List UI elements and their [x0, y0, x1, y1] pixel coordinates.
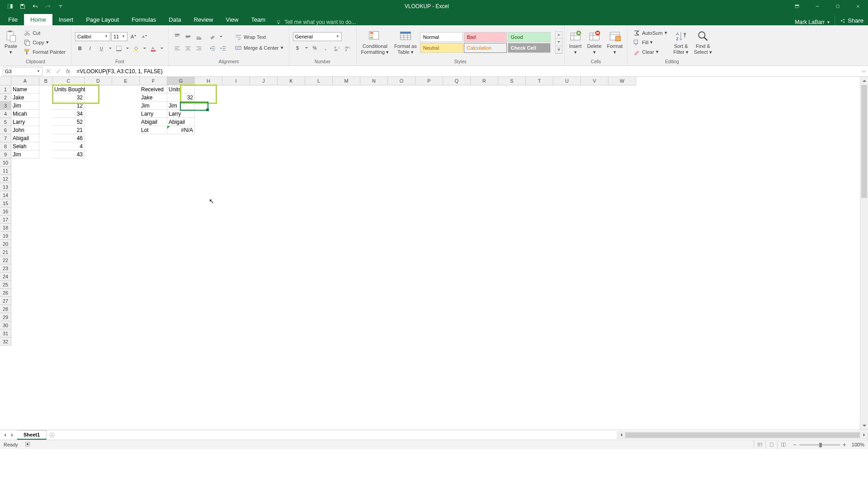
cell-A2[interactable]: Jake: [11, 94, 39, 102]
align-middle-button[interactable]: [183, 32, 193, 42]
tell-me-search[interactable]: Tell me what you want to do...: [275, 19, 356, 25]
column-headers[interactable]: ABCDEFGHIJKLMNOPQRSTUVW: [11, 77, 860, 85]
row-header-21[interactable]: 21: [0, 248, 11, 256]
style-check-cell[interactable]: Check Cell: [508, 43, 551, 53]
decrease-indent-button[interactable]: [208, 43, 217, 53]
col-header-N[interactable]: N: [360, 77, 388, 85]
sheet-nav[interactable]: [0, 433, 17, 437]
cell-G3[interactable]: Jim: [167, 102, 195, 110]
style-calculation[interactable]: Calculation: [464, 43, 507, 53]
border-button[interactable]: [114, 43, 124, 53]
col-header-T[interactable]: T: [526, 77, 553, 85]
maximize-icon[interactable]: [827, 0, 848, 13]
copy-button[interactable]: Copy ▾: [22, 38, 67, 47]
macro-record-icon[interactable]: [24, 441, 31, 448]
cell-F5[interactable]: Abigail: [140, 118, 167, 126]
underline-dropdown[interactable]: [108, 47, 113, 50]
cell-A7[interactable]: Abigail: [11, 134, 39, 142]
comma-button[interactable]: ,: [321, 43, 331, 53]
border-dropdown[interactable]: [125, 47, 130, 50]
cell-G2[interactable]: 32: [167, 94, 195, 102]
row-header-5[interactable]: 5: [0, 118, 11, 126]
cell-A4[interactable]: Micah: [11, 110, 39, 118]
col-header-W[interactable]: W: [609, 77, 636, 85]
cell-C8[interactable]: 4: [53, 142, 85, 150]
save-icon[interactable]: [16, 1, 29, 11]
sort-filter-button[interactable]: AZSort & Filter ▾: [671, 29, 692, 55]
cell-G4[interactable]: Larry: [167, 110, 195, 118]
row-header-8[interactable]: 8: [0, 142, 11, 150]
font-color-button[interactable]: A: [148, 43, 158, 53]
styles-scroll[interactable]: [555, 31, 562, 54]
cancel-formula-icon[interactable]: ✕: [45, 67, 51, 75]
merge-center-button[interactable]: Merge & Center ▾: [233, 43, 285, 52]
tab-home[interactable]: Home: [24, 14, 52, 25]
name-box[interactable]: G3▼: [3, 67, 42, 76]
orientation-dropdown[interactable]: [218, 35, 224, 38]
col-header-O[interactable]: O: [388, 77, 415, 85]
number-format-select[interactable]: General▼: [293, 32, 342, 41]
col-header-I[interactable]: I: [222, 77, 250, 85]
align-bottom-button[interactable]: [194, 32, 204, 42]
col-header-D[interactable]: D: [85, 77, 112, 85]
col-header-P[interactable]: P: [415, 77, 443, 85]
cell-A1[interactable]: Name: [11, 85, 39, 94]
select-all-corner[interactable]: [0, 77, 11, 85]
tab-data[interactable]: Data: [162, 14, 187, 25]
minimize-icon[interactable]: [807, 0, 827, 13]
horizontal-scrollbar[interactable]: [617, 432, 868, 439]
font-name-select[interactable]: Calibri▼: [75, 32, 110, 41]
formula-expand-icon[interactable]: [860, 69, 868, 74]
row-header-3[interactable]: 3: [0, 102, 11, 110]
fill-button[interactable]: Fill ▾: [631, 38, 669, 47]
cell-A5[interactable]: Larry: [11, 118, 39, 126]
account-name[interactable]: Mark LaBarr▼: [795, 19, 835, 25]
zoom-out-button[interactable]: −: [793, 441, 796, 448]
style-good[interactable]: Good: [508, 32, 551, 42]
row-header-2[interactable]: 2: [0, 94, 11, 102]
row-header-27[interactable]: 27: [0, 297, 11, 305]
col-header-V[interactable]: V: [581, 77, 609, 85]
wrap-text-button[interactable]: Wrap Text: [233, 33, 285, 42]
ribbon-display-icon[interactable]: [787, 0, 807, 13]
fx-icon[interactable]: fx: [66, 68, 72, 75]
decrease-decimal-button[interactable]: .00.0: [343, 43, 353, 53]
spreadsheet-grid[interactable]: ABCDEFGHIJKLMNOPQRSTUVW 1234567891011121…: [0, 77, 868, 430]
row-header-1[interactable]: 1: [0, 85, 11, 94]
row-header-20[interactable]: 20: [0, 240, 11, 248]
formula-input[interactable]: =VLOOKUP(F3, A3:C10, 1, FALSE): [75, 68, 860, 75]
fill-handle[interactable]: [206, 108, 209, 111]
row-headers[interactable]: 1234567891011121314151617181920212223242…: [0, 85, 11, 346]
increase-decimal-button[interactable]: .0.00: [332, 43, 342, 53]
cell-G6[interactable]: #N/A: [167, 126, 195, 134]
tab-view[interactable]: View: [219, 14, 245, 25]
row-header-23[interactable]: 23: [0, 264, 11, 272]
cell-C5[interactable]: 52: [53, 118, 85, 126]
row-header-15[interactable]: 15: [0, 199, 11, 207]
style-bad[interactable]: Bad: [464, 32, 507, 42]
row-header-7[interactable]: 7: [0, 134, 11, 142]
clear-button[interactable]: Clear ▾: [631, 47, 669, 56]
cell-C4[interactable]: 34: [53, 110, 85, 118]
cell-F1[interactable]: Received: [140, 85, 167, 94]
row-header-17[interactable]: 17: [0, 216, 11, 224]
autosum-button[interactable]: AutoSum ▾: [631, 28, 669, 38]
cell-A6[interactable]: John: [11, 126, 39, 134]
cell-F6[interactable]: Lot: [140, 126, 167, 134]
view-page-layout-button[interactable]: [765, 441, 777, 449]
insert-cells-button[interactable]: Insert▾: [566, 29, 585, 55]
percent-button[interactable]: %: [310, 43, 320, 53]
zoom-level[interactable]: 100%: [852, 442, 864, 447]
cell-A8[interactable]: Selah: [11, 142, 39, 150]
col-header-J[interactable]: J: [250, 77, 278, 85]
cell-C6[interactable]: 21: [53, 126, 85, 134]
col-header-F[interactable]: F: [140, 77, 167, 85]
row-header-4[interactable]: 4: [0, 110, 11, 118]
row-header-14[interactable]: 14: [0, 191, 11, 199]
add-sheet-button[interactable]: [47, 431, 57, 440]
close-icon[interactable]: [848, 0, 868, 13]
cell-C3[interactable]: 12: [53, 102, 85, 110]
col-header-K[interactable]: K: [278, 77, 305, 85]
format-painter-button[interactable]: Format Painter: [22, 47, 67, 56]
cell-F4[interactable]: Larry: [140, 110, 167, 118]
